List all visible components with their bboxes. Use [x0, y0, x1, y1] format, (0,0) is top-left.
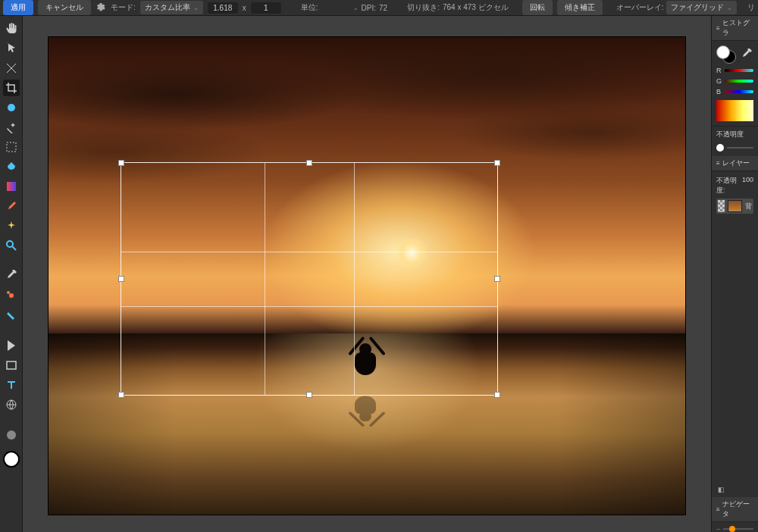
layers-panel-header[interactable]: ≡レイヤー: [712, 156, 758, 171]
color-tool-icon[interactable]: [3, 99, 20, 116]
mesh-tool-icon[interactable]: [3, 396, 20, 413]
phi-gridline: [121, 306, 497, 307]
cancel-button[interactable]: キャンセル: [38, 0, 91, 15]
svg-rect-1: [7, 142, 16, 152]
opacity-slider[interactable]: [716, 144, 724, 152]
top-toolbar: 適用 キャンセル モード: カスタム比率 ⌄ 1.618 x 1 単位: ⌄ D…: [0, 0, 758, 16]
ratio-x: x: [243, 4, 246, 12]
svg-point-4: [9, 293, 14, 298]
panel-options-icon[interactable]: ◧: [716, 485, 725, 494]
crop-handle[interactable]: [494, 392, 500, 398]
color-panel: R G B: [712, 41, 758, 126]
canvas-area: [23, 16, 711, 532]
pointer-tool-icon[interactable]: [3, 40, 20, 57]
layers-panel: 不透明度: 100 背: [712, 171, 758, 217]
reset-button[interactable]: リ: [747, 2, 755, 13]
straighten-button[interactable]: 傾き補正: [557, 0, 603, 15]
swatch-pair[interactable]: [716, 45, 736, 64]
ratio-width-input[interactable]: 1.618: [208, 2, 238, 14]
chevron-down-icon: ⌄: [193, 5, 199, 11]
crop-size-label: 切り抜き:: [407, 2, 440, 13]
phi-gridline: [121, 252, 497, 252]
dpi-label: DPI:: [362, 4, 376, 12]
histogram-panel-header[interactable]: ≡ヒストグラ: [712, 16, 758, 41]
layer-mask-icon: [718, 200, 725, 212]
quickmask-icon[interactable]: [3, 427, 20, 443]
crop-handle[interactable]: [494, 160, 500, 166]
crop-handle[interactable]: [118, 276, 124, 282]
gear-icon[interactable]: [96, 2, 106, 13]
marquee-tool-icon[interactable]: [3, 139, 20, 155]
crop-tool-icon[interactable]: [3, 80, 20, 96]
apply-button[interactable]: 適用: [3, 0, 33, 15]
phi-gridline: [265, 163, 265, 395]
svg-rect-2: [7, 182, 16, 191]
crop-handle[interactable]: [118, 392, 124, 398]
zoom-slider[interactable]: [729, 526, 735, 532]
chevron-down-icon: ⌄: [727, 5, 732, 11]
eyedrop-tool-icon[interactable]: [3, 268, 20, 284]
mode-select[interactable]: カスタム比率 ⌄: [140, 1, 203, 14]
vector-tool-icon[interactable]: [3, 337, 20, 354]
crop-handle[interactable]: [306, 392, 312, 398]
rotate-button[interactable]: 回転: [522, 0, 553, 15]
layer-opacity-label: 不透明度:: [716, 176, 742, 196]
unit-label: 単位:: [301, 2, 318, 13]
move-tool-icon[interactable]: [3, 60, 20, 77]
color-opacity[interactable]: 不透明度: [712, 126, 758, 142]
ratio-height-input[interactable]: 1: [251, 2, 281, 14]
blue-slider[interactable]: B: [716, 88, 753, 95]
crop-handle[interactable]: [306, 160, 312, 166]
image-content: [344, 391, 390, 433]
flood-tool-icon[interactable]: [3, 158, 20, 175]
eyedropper-icon[interactable]: [741, 49, 753, 61]
hand-tool-icon[interactable]: [3, 20, 20, 37]
blend-tool-icon[interactable]: [3, 307, 20, 324]
red-slider[interactable]: R: [716, 67, 753, 74]
crop-handle[interactable]: [118, 160, 124, 166]
image-canvas[interactable]: [49, 37, 685, 515]
overlay-value: ファイグリッド: [671, 2, 724, 13]
svg-point-8: [7, 430, 16, 440]
layer-item[interactable]: 背: [716, 199, 753, 214]
gradient-preview[interactable]: [716, 100, 753, 121]
svg-rect-6: [7, 361, 16, 369]
crop-size-value: 764 x 473 ピクセル: [443, 2, 509, 13]
crop-overlay[interactable]: [121, 162, 498, 396]
overlay-label: オーバーレイ:: [616, 2, 664, 13]
overlay-select[interactable]: ファイグリッド ⌄: [666, 1, 737, 14]
right-panel: ≡ヒストグラ R G B 不透明度: [711, 16, 758, 532]
sparkle-tool-icon[interactable]: [3, 217, 20, 234]
layer-thumbnail: [728, 200, 742, 212]
phi-gridline: [354, 163, 355, 395]
foreground-swatch[interactable]: [3, 451, 20, 468]
dpi-chevron-icon: ⌄: [353, 5, 359, 11]
zoom-out-icon[interactable]: −: [716, 525, 720, 532]
wand-tool-icon[interactable]: [3, 119, 20, 136]
svg-point-0: [8, 104, 15, 111]
dpi-value: 72: [379, 4, 387, 12]
zoom-tool-icon[interactable]: [3, 237, 20, 254]
left-toolbar: [0, 16, 23, 532]
navigator-panel-header[interactable]: ≡ナビゲータ: [712, 497, 758, 522]
layer-opacity-value: 100: [742, 176, 753, 196]
svg-point-5: [7, 291, 10, 294]
heal-tool-icon[interactable]: [3, 287, 20, 304]
mode-value: カスタム比率: [145, 2, 190, 13]
crop-handle[interactable]: [494, 276, 500, 282]
mode-label: モード:: [111, 2, 136, 13]
brush-tool-icon[interactable]: [3, 198, 20, 214]
svg-point-3: [7, 241, 13, 247]
layer-name: 背: [745, 202, 752, 211]
green-slider[interactable]: G: [716, 77, 753, 85]
rect-tool-icon[interactable]: [3, 357, 20, 374]
gradient-tool-icon[interactable]: [3, 178, 20, 195]
text-tool-icon[interactable]: [3, 377, 20, 393]
